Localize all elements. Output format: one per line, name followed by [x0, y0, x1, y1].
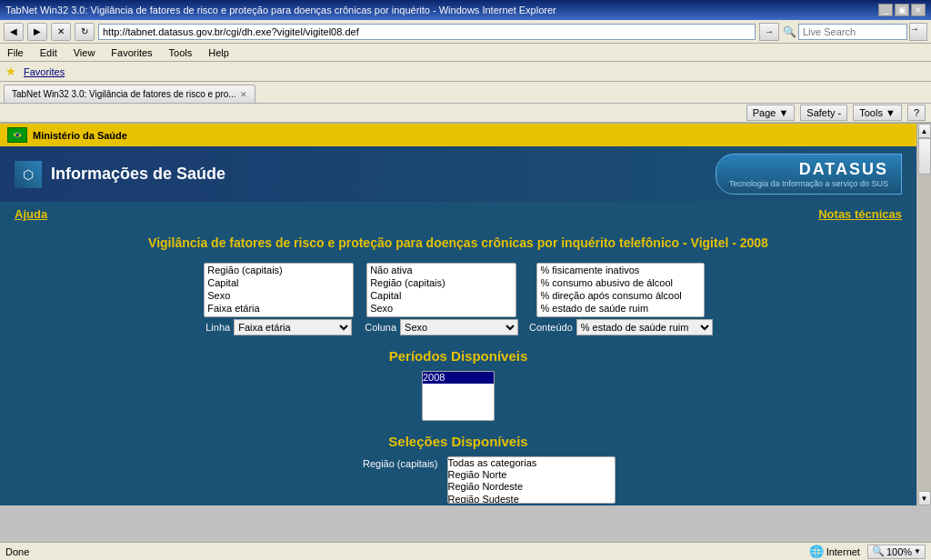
tools-button[interactable]: Tools ▼: [853, 105, 902, 121]
site-header: ⬡ Informações de Saúde DATASUS Tecnologi…: [0, 146, 916, 202]
page-button[interactable]: Page ▼: [746, 105, 796, 121]
menu-file[interactable]: File: [4, 46, 27, 59]
help-button[interactable]: ?: [907, 105, 926, 121]
coluna-option-2: Capital: [367, 289, 516, 302]
linha-label: Linha: [205, 322, 230, 333]
periods-title: Períodos Disponíveis: [15, 348, 902, 364]
linha-option-3: Faixa etária: [205, 302, 353, 315]
coluna-multiselect[interactable]: Não ativa Região (capitais) Capital Sexo: [366, 263, 516, 317]
favorites-star-icon: ★: [5, 65, 16, 78]
gov-header: 🇧🇷 Ministério da Saúde: [0, 124, 916, 146]
nav-links: Ajuda Notas técnicas: [0, 202, 916, 226]
close-button[interactable]: ✕: [911, 4, 926, 16]
conteudo-multiselect[interactable]: % fisicamente inativos % consumo abusivo…: [536, 263, 705, 317]
regiao-select[interactable]: Todas as categorias Região Norte Região …: [447, 456, 616, 504]
internet-zone: 🌐 Internet: [809, 545, 860, 558]
gov-name: Ministério da Saúde: [33, 130, 127, 141]
coluna-option-1: Região (capitais): [367, 276, 516, 289]
go-button[interactable]: →: [759, 23, 779, 41]
datasus-sub: Tecnologia da Informação a serviço do SU…: [729, 179, 888, 188]
linha-option-0: Região (capitais): [205, 264, 353, 276]
conteudo-label: Conteúdo: [529, 322, 573, 333]
periods-list: 2008: [15, 371, 902, 421]
datasus-logo: DATASUS Tecnologia da Informação a servi…: [716, 154, 902, 195]
minimize-button[interactable]: _: [878, 4, 893, 16]
linha-option-2: Sexo: [205, 289, 353, 302]
menu-tools[interactable]: Tools: [165, 46, 196, 59]
zone-text: Internet: [826, 546, 860, 557]
ajuda-link[interactable]: Ajuda: [15, 207, 47, 221]
menu-bar: File Edit View Favorites Tools Help: [0, 44, 931, 62]
selections-title: Seleções Disponíveis: [15, 434, 902, 449]
datasus-name: DATASUS: [729, 160, 888, 179]
zoom-icon: 🔍: [872, 545, 885, 557]
safety-button[interactable]: Safety -: [800, 105, 847, 121]
regiao-norte: Região Norte: [448, 469, 615, 481]
conteudo-option-3: % estado de saúde ruim: [537, 302, 704, 315]
window-controls[interactable]: _ ▣ ✕: [878, 4, 926, 16]
regiao-todas: Todas as categorias: [448, 457, 615, 469]
refresh-button[interactable]: ↻: [75, 23, 95, 41]
period-option-2008: 2008: [423, 372, 494, 384]
zoom-control[interactable]: 🔍 100% ▼: [867, 545, 926, 559]
scroll-down-button[interactable]: ▼: [918, 491, 931, 505]
title-bar: TabNet Win32 3.0: Vigilância de fatores …: [0, 0, 931, 20]
tab-close-button[interactable]: ✕: [240, 90, 247, 99]
favorites-bar: ★ Favorites: [0, 62, 931, 82]
status-text: Done: [5, 546, 29, 557]
scroll-up-button[interactable]: ▲: [918, 124, 931, 138]
filter-area: Região (capitais) Capital Sexo Faixa etá…: [15, 263, 902, 335]
address-input[interactable]: [98, 24, 756, 40]
scrollbar[interactable]: ▲ ▼: [916, 124, 931, 505]
regiao-label: Região (capitais): [302, 456, 447, 469]
search-go-button[interactable]: →: [909, 23, 927, 41]
search-input[interactable]: [798, 24, 907, 40]
site-title: Informações de Saúde: [51, 165, 225, 184]
coluna-label: Coluna: [365, 322, 396, 333]
restore-button[interactable]: ▣: [895, 4, 909, 16]
coluna-dropdown[interactable]: Sexo: [400, 319, 518, 335]
globe-icon: 🌐: [809, 545, 824, 558]
tools-label: Tools ▼: [859, 107, 896, 118]
zoom-text: 100%: [886, 546, 912, 557]
ie-toolbar: Page ▼ Safety - Tools ▼ ?: [0, 104, 931, 124]
notas-link[interactable]: Notas técnicas: [818, 207, 902, 221]
conteudo-filter-group: % fisicamente inativos % consumo abusivo…: [529, 263, 713, 335]
scroll-track: [918, 138, 931, 491]
scroll-thumb[interactable]: [918, 138, 931, 175]
tab-title: TabNet Win32 3.0: Vigilância de fatores …: [12, 89, 236, 99]
forward-button[interactable]: ▶: [27, 23, 47, 41]
coluna-filter-group: Não ativa Região (capitais) Capital Sexo…: [365, 263, 518, 335]
stop-button[interactable]: ✕: [51, 23, 71, 41]
linha-multiselect[interactable]: Região (capitais) Capital Sexo Faixa etá…: [204, 263, 354, 317]
linha-dropdown[interactable]: Faixa etária: [234, 319, 352, 335]
regiao-nordeste: Região Nordeste: [448, 481, 615, 493]
linha-row: Linha Faixa etária: [205, 319, 352, 335]
conteudo-dropdown[interactable]: % estado de saúde ruim: [576, 319, 713, 335]
coluna-row: Coluna Sexo: [365, 319, 518, 335]
linha-option-1: Capital: [205, 276, 353, 289]
menu-favorites[interactable]: Favorites: [107, 46, 155, 59]
live-search-icon: 🔍: [783, 25, 796, 38]
period-select[interactable]: 2008: [422, 371, 495, 421]
conteudo-option-0: % fisicamente inativos: [537, 264, 704, 276]
site-logo-icon: ⬡: [15, 161, 42, 188]
safety-label: Safety -: [806, 107, 841, 118]
active-tab[interactable]: TabNet Win32 3.0: Vigilância de fatores …: [4, 85, 255, 103]
window-title: TabNet Win32 3.0: Vigilância de fatores …: [5, 5, 556, 15]
menu-edit[interactable]: Edit: [36, 46, 61, 59]
regiao-selection-row: Região (capitais) Todas as categorias Re…: [15, 456, 902, 504]
tab-bar: TabNet Win32 3.0: Vigilância de fatores …: [0, 82, 931, 104]
coluna-option-3: Sexo: [367, 302, 516, 315]
coluna-option-0: Não ativa: [367, 264, 516, 276]
page-content: 🇧🇷 Ministério da Saúde ⬡ Informações de …: [0, 124, 916, 505]
conteudo-option-1: % consumo abusivo de álcool: [537, 276, 704, 289]
conteudo-row: Conteúdo % estado de saúde ruim: [529, 319, 713, 335]
regiao-sudeste: Região Sudeste: [448, 494, 615, 504]
search-area: 🔍 →: [783, 23, 927, 41]
favorites-label[interactable]: Favorites: [24, 66, 65, 77]
menu-view[interactable]: View: [70, 46, 99, 59]
back-button[interactable]: ◀: [4, 23, 24, 41]
gov-logo: 🇧🇷: [7, 127, 27, 143]
menu-help[interactable]: Help: [205, 46, 233, 59]
